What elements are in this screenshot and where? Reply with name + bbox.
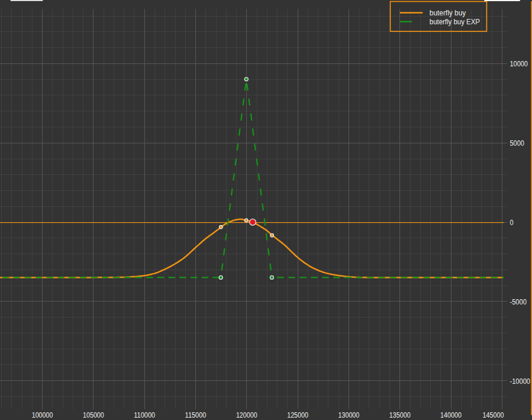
- svg-text:105000: 105000: [83, 411, 104, 419]
- svg-text:5000: 5000: [510, 139, 525, 148]
- svg-text:10000: 10000: [510, 60, 528, 68]
- svg-text:130000: 130000: [338, 411, 360, 419]
- svg-text:125000: 125000: [287, 411, 308, 419]
- svg-text:110000: 110000: [134, 411, 155, 419]
- svg-text:-5000: -5000: [510, 298, 527, 306]
- svg-text:135000: 135000: [389, 411, 411, 419]
- svg-text:100000: 100000: [32, 411, 53, 419]
- svg-text:-10000: -10000: [510, 377, 531, 386]
- svg-text:120000: 120000: [236, 411, 257, 419]
- svg-text:145000: 145000: [483, 411, 504, 419]
- svg-text:115000: 115000: [185, 411, 207, 419]
- svg-text:140000: 140000: [440, 411, 462, 419]
- svg-text:buterfly buy: buterfly buy: [430, 9, 466, 17]
- svg-text:0: 0: [510, 219, 514, 227]
- svg-text:buterfly buy EXP: buterfly buy EXP: [430, 18, 480, 26]
